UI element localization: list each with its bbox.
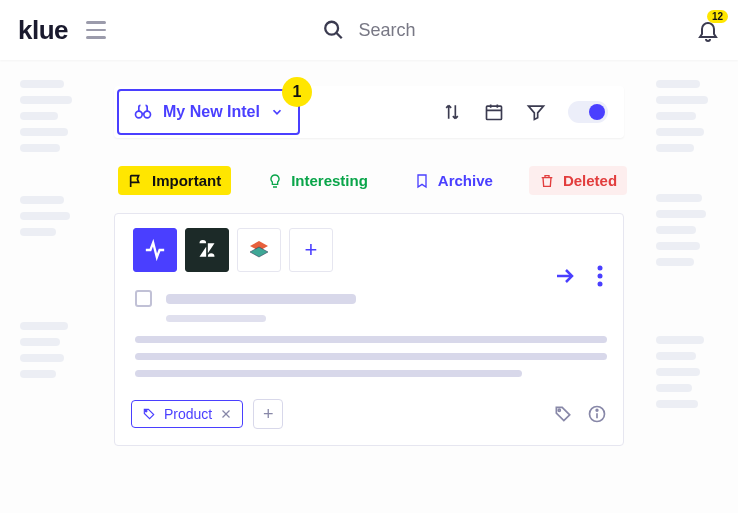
add-source-button[interactable]: + bbox=[289, 228, 333, 272]
filter-archive-label: Archive bbox=[438, 172, 493, 189]
app-tile-stack[interactable] bbox=[237, 228, 281, 272]
svg-point-18 bbox=[596, 409, 598, 411]
svg-point-12 bbox=[145, 410, 147, 412]
chevron-down-icon bbox=[270, 105, 284, 119]
select-checkbox[interactable] bbox=[135, 290, 152, 307]
title-placeholder bbox=[166, 294, 356, 304]
subtitle-placeholder bbox=[166, 315, 266, 322]
tag-chip-label: Product bbox=[164, 406, 212, 422]
notifications-button[interactable]: 12 bbox=[696, 18, 720, 42]
add-tag-button[interactable]: + bbox=[253, 399, 283, 429]
filter-interesting[interactable]: Interesting bbox=[257, 166, 378, 195]
filter-important[interactable]: Important bbox=[118, 166, 231, 195]
search-icon bbox=[322, 19, 344, 41]
svg-point-0 bbox=[325, 22, 338, 35]
text-line bbox=[135, 336, 607, 343]
open-arrow-icon[interactable] bbox=[553, 264, 577, 288]
filter-icon[interactable] bbox=[526, 102, 546, 122]
svg-point-9 bbox=[598, 266, 603, 271]
sort-icon[interactable] bbox=[442, 102, 462, 122]
filter-important-label: Important bbox=[152, 172, 221, 189]
svg-rect-4 bbox=[487, 106, 502, 119]
text-line bbox=[135, 353, 607, 360]
app-tile-zendesk[interactable] bbox=[185, 228, 229, 272]
more-menu-icon[interactable] bbox=[597, 265, 603, 287]
status-filters: Important Interesting Archive Deleted bbox=[114, 166, 624, 195]
notifications-badge: 12 bbox=[707, 10, 728, 23]
filter-interesting-label: Interesting bbox=[291, 172, 368, 189]
feed-toolbar: My New Intel 1 bbox=[114, 86, 624, 138]
calendar-icon[interactable] bbox=[484, 102, 504, 122]
feed-selector-label: My New Intel bbox=[163, 103, 260, 121]
menu-icon[interactable] bbox=[86, 21, 106, 39]
filter-deleted-label: Deleted bbox=[563, 172, 617, 189]
bg-decor-right bbox=[656, 80, 716, 416]
source-apps: + bbox=[131, 228, 607, 272]
svg-marker-6 bbox=[250, 247, 268, 257]
filter-deleted[interactable]: Deleted bbox=[529, 166, 627, 195]
toggle-knob bbox=[589, 104, 605, 120]
svg-point-2 bbox=[136, 111, 143, 118]
tag-chip-product[interactable]: Product bbox=[131, 400, 243, 428]
svg-line-1 bbox=[336, 33, 342, 39]
tag-icon[interactable] bbox=[553, 404, 573, 424]
text-line bbox=[135, 370, 522, 377]
tour-step-badge: 1 bbox=[282, 77, 312, 107]
app-tile-activity[interactable] bbox=[133, 228, 177, 272]
remove-tag-icon[interactable] bbox=[220, 408, 232, 420]
search-input[interactable]: Search bbox=[322, 19, 415, 41]
svg-point-10 bbox=[598, 274, 603, 279]
svg-point-3 bbox=[144, 111, 151, 118]
view-toggle[interactable] bbox=[568, 101, 608, 123]
brand-logo: klue bbox=[18, 15, 68, 46]
svg-point-15 bbox=[558, 409, 560, 411]
info-icon[interactable] bbox=[587, 404, 607, 424]
feed-selector-dropdown[interactable]: My New Intel 1 bbox=[117, 89, 300, 135]
bg-decor-left bbox=[20, 80, 80, 386]
topbar: klue Search 12 bbox=[0, 0, 738, 60]
svg-point-11 bbox=[598, 282, 603, 287]
search-placeholder: Search bbox=[358, 20, 415, 41]
binoculars-icon bbox=[133, 102, 153, 122]
filter-archive[interactable]: Archive bbox=[404, 166, 503, 195]
intel-card: + Product bbox=[114, 213, 624, 446]
